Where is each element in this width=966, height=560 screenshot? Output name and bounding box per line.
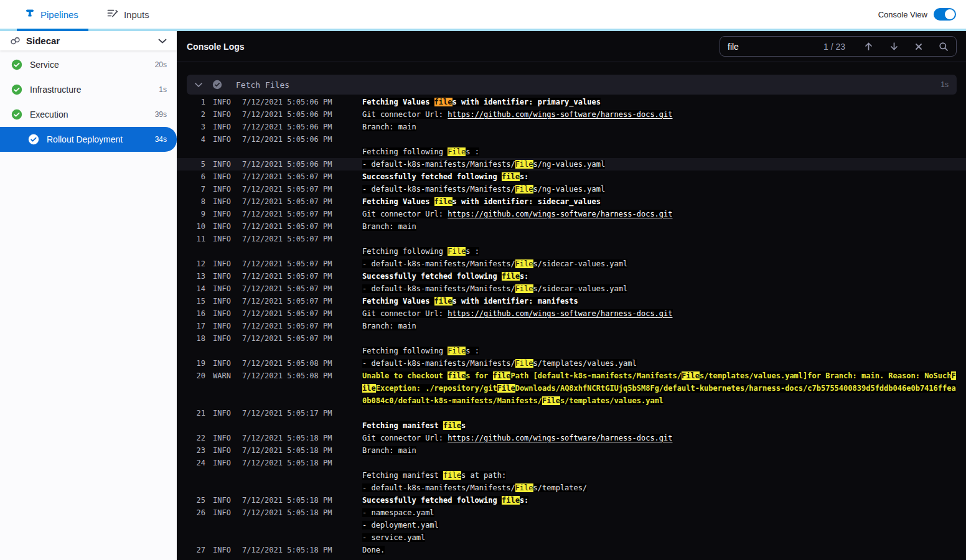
log-line-number: 18 xyxy=(187,332,205,345)
log-message: Git connector Url: https://github.com/wi… xyxy=(362,208,966,220)
arrow-up-icon[interactable] xyxy=(864,42,873,51)
log-row[interactable]: 4INFO7/12/2021 5:05:06 PM Fetching follo… xyxy=(177,133,966,158)
log-text: Git connector Url: xyxy=(362,110,448,119)
log-text-chip: Fetching manifest files at path: xyxy=(362,471,506,480)
log-row[interactable]: 23INFO7/12/2021 5:05:18 PMBranch: main xyxy=(177,444,966,457)
log-row[interactable]: 19INFO7/12/2021 5:05:08 PM- default-k8s-… xyxy=(177,357,966,370)
log-text: Branch: main xyxy=(362,222,416,231)
search-match: file xyxy=(502,272,520,281)
log-row[interactable]: 6INFO7/12/2021 5:05:07 PMSuccessfully fe… xyxy=(177,170,966,183)
chevron-down-icon[interactable] xyxy=(195,83,202,87)
log-row[interactable]: 15INFO7/12/2021 5:05:07 PMFetching Value… xyxy=(177,295,966,307)
log-message-line: Git connector Url: https://github.com/wi… xyxy=(362,208,966,220)
log-row[interactable]: 22INFO7/12/2021 5:05:18 PMGit connector … xyxy=(177,432,966,444)
log-link[interactable]: https://github.com/wings-software/harnes… xyxy=(448,434,672,442)
log-level: INFO xyxy=(213,332,234,345)
arrow-down-icon[interactable] xyxy=(889,42,899,51)
log-message-line: Successfully fetched following files: xyxy=(362,170,966,183)
console-panel: Console Logs file 1 / 23 xyxy=(177,31,966,560)
sidebar-header[interactable]: Sidecar xyxy=(0,31,177,50)
log-link[interactable]: https://github.com/wings-software/harnes… xyxy=(448,210,672,218)
log-row[interactable]: 11INFO7/12/2021 5:05:07 PM Fetching foll… xyxy=(177,233,966,258)
log-row[interactable]: 1INFO7/12/2021 5:05:06 PMFetching Values… xyxy=(177,96,966,108)
log-row[interactable]: 3INFO7/12/2021 5:05:06 PMBranch: main xyxy=(177,121,966,133)
chevron-down-icon[interactable] xyxy=(158,39,167,44)
log-timestamp: 7/12/2021 5:05:08 PM xyxy=(242,357,333,370)
log-message-line: Fetching following Files : xyxy=(362,345,966,357)
log-text: Downloads/AQ8xhfNCRtGIUjq5bSM8Fg/default… xyxy=(515,384,956,393)
log-row[interactable]: 8INFO7/12/2021 5:05:07 PMFetching Values… xyxy=(177,195,966,208)
log-level: INFO xyxy=(213,270,234,282)
log-row[interactable]: 14INFO7/12/2021 5:05:07 PM- default-k8s-… xyxy=(177,282,966,295)
log-level: INFO xyxy=(213,320,234,332)
log-row[interactable]: 27INFO7/12/2021 5:05:18 PMDone. xyxy=(177,544,966,556)
log-row[interactable]: 24INFO7/12/2021 5:05:18 PM Fetching mani… xyxy=(177,457,966,494)
log-link[interactable]: https://github.com/wings-software/harnes… xyxy=(448,110,672,119)
log-timestamp: 7/12/2021 5:05:07 PM xyxy=(242,307,333,320)
close-icon[interactable] xyxy=(915,43,922,50)
search-match: File xyxy=(497,384,515,393)
success-check-icon xyxy=(11,59,22,70)
log-message: Done. xyxy=(362,544,966,556)
search-match: File xyxy=(515,160,533,169)
log-text-chip: Fetching Values files with identifier: p… xyxy=(362,98,601,106)
console-view-label: Console View xyxy=(878,10,927,19)
log-line-number: 9 xyxy=(187,208,205,220)
log-text-chip: ileException: ./repository/gitFileDownlo… xyxy=(362,384,956,393)
log-row[interactable]: 12INFO7/12/2021 5:05:07 PM- default-k8s-… xyxy=(177,258,966,270)
log-text-chip: Fetching following Files : xyxy=(362,147,479,156)
log-row[interactable]: 5INFO7/12/2021 5:05:06 PM- default-k8s-m… xyxy=(177,158,966,170)
console-view-toggle[interactable] xyxy=(934,8,956,21)
sidebar-item-infrastructure[interactable]: Infrastructure1s xyxy=(0,77,177,102)
sidebar-item-execution[interactable]: Execution39s xyxy=(0,102,177,127)
tab-inputs[interactable]: Inputs xyxy=(99,0,157,29)
log-row[interactable]: 13INFO7/12/2021 5:05:07 PMSuccessfully f… xyxy=(177,270,966,282)
tab-pipelines[interactable]: Pipelines xyxy=(17,0,87,29)
log-message: Branch: main xyxy=(362,121,966,133)
log-link[interactable]: https://github.com/wings-software/harnes… xyxy=(448,309,672,318)
log-row[interactable]: 16INFO7/12/2021 5:05:07 PMGit connector … xyxy=(177,307,966,320)
log-message: - namespace.yaml- deployment.yaml- servi… xyxy=(362,506,966,544)
sidebar-item-service[interactable]: Service20s xyxy=(0,52,177,77)
log-row[interactable]: 10INFO7/12/2021 5:05:07 PMBranch: main xyxy=(177,220,966,233)
log-text: s/templates/values.yaml]for Branch: main… xyxy=(700,371,952,380)
log-text: Fetching manifest xyxy=(362,471,443,480)
log-timestamp: 7/12/2021 5:05:08 PM xyxy=(242,370,333,382)
log-row[interactable]: 18INFO7/12/2021 5:05:07 PM Fetching foll… xyxy=(177,332,966,357)
search-input[interactable]: file xyxy=(728,42,823,52)
log-timestamp: 7/12/2021 5:05:07 PM xyxy=(242,258,333,270)
log-message: Fetching following Files : xyxy=(362,233,966,258)
log-text-chip: Branch: main xyxy=(362,222,416,231)
log-level: INFO xyxy=(213,195,234,208)
log-level: INFO xyxy=(213,233,234,245)
log-row[interactable]: 20WARN7/12/2021 5:05:08 PMUnable to chec… xyxy=(177,370,966,407)
log-search-box[interactable]: file 1 / 23 xyxy=(720,36,957,57)
log-message-line: - default-k8s-manifests/Manifests/Files/… xyxy=(362,183,966,195)
log-message-line xyxy=(362,133,966,146)
log-line-number: 13 xyxy=(187,270,205,282)
sidebar-item-rollout-deployment[interactable]: Rollout Deployment34s xyxy=(0,127,177,152)
log-row[interactable]: 26INFO7/12/2021 5:05:18 PM- namespace.ya… xyxy=(177,506,966,544)
log-level: INFO xyxy=(213,170,234,183)
log-row[interactable]: 25INFO7/12/2021 5:05:18 PMSuccessfully f… xyxy=(177,494,966,506)
log-row[interactable]: 7INFO7/12/2021 5:05:07 PM- default-k8s-m… xyxy=(177,183,966,195)
log-row[interactable]: 9INFO7/12/2021 5:05:07 PMGit connector U… xyxy=(177,208,966,220)
search-match: File xyxy=(515,483,533,492)
log-level: INFO xyxy=(213,121,234,133)
search-match: File xyxy=(515,284,533,293)
search-icon[interactable] xyxy=(939,42,949,52)
log-message-line: 0b084c0/default-k8s-manifests/Manifests/… xyxy=(362,394,966,407)
log-message: - default-k8s-manifests/Manifests/Files/… xyxy=(362,158,966,170)
log-text: Successfully fetched following xyxy=(362,272,502,281)
log-line-number: 24 xyxy=(187,457,205,469)
log-row[interactable]: 21INFO7/12/2021 5:05:17 PM Fetching mani… xyxy=(177,407,966,432)
log-section-header[interactable]: Fetch Files 1s xyxy=(187,75,957,95)
log-row[interactable]: 17INFO7/12/2021 5:05:07 PMBranch: main xyxy=(177,320,966,332)
log-text-chip: Fetching following Files : xyxy=(362,247,479,256)
log-text-chip: - default-k8s-manifests/Manifests/Files/… xyxy=(362,284,627,293)
log-text: s/templates/values.yaml xyxy=(560,396,664,405)
log-timestamp: 7/12/2021 5:05:07 PM xyxy=(242,183,333,195)
log-text-chip: 0b084c0/default-k8s-manifests/Manifests/… xyxy=(362,396,664,405)
log-row[interactable]: 2INFO7/12/2021 5:05:06 PMGit connector U… xyxy=(177,108,966,121)
search-match: file xyxy=(443,471,461,480)
